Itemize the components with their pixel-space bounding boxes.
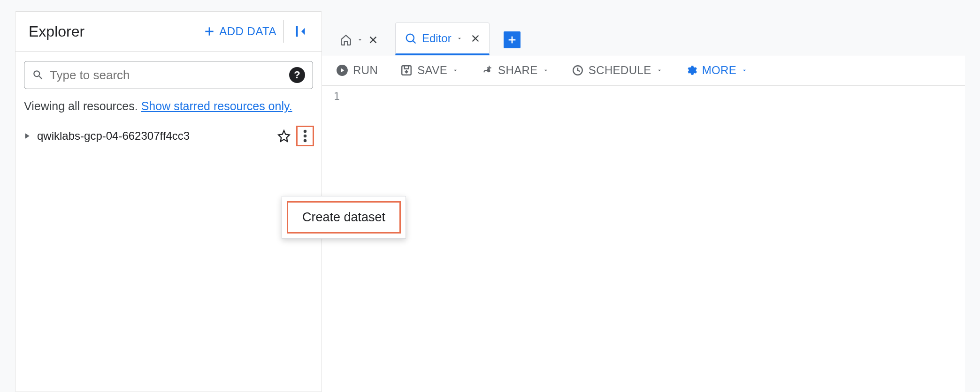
resource-row[interactable]: qwiklabs-gcp-04-662307ff4cc3	[15, 121, 322, 151]
svg-rect-2	[296, 26, 298, 37]
svg-point-3	[304, 129, 307, 133]
run-button[interactable]: RUN	[336, 64, 378, 77]
save-icon	[400, 64, 413, 76]
star-icon[interactable]	[277, 129, 291, 143]
chevron-down-icon	[456, 35, 463, 42]
create-dataset-menu-item[interactable]: Create dataset	[287, 201, 401, 234]
share-icon	[481, 64, 493, 76]
search-box[interactable]: ?	[24, 61, 313, 89]
explorer-title: Explorer	[29, 23, 197, 40]
share-button[interactable]: SHARE	[481, 64, 549, 77]
plus-icon	[507, 35, 517, 45]
search-input[interactable]	[50, 68, 283, 83]
show-starred-link[interactable]: Show starred resources only.	[141, 99, 292, 113]
chevron-down-icon	[357, 37, 363, 43]
play-icon	[336, 64, 348, 76]
gear-icon	[685, 64, 697, 76]
add-tab-button[interactable]	[504, 31, 521, 48]
more-label: MORE	[702, 64, 737, 77]
editor-body[interactable]: 1	[322, 86, 965, 392]
viewing-status: Viewing all resources. Show starred reso…	[15, 93, 322, 121]
svg-point-8	[406, 34, 414, 41]
close-icon[interactable]	[368, 35, 378, 45]
chevron-down-icon	[543, 67, 549, 74]
run-label: RUN	[353, 64, 378, 77]
main-area: Editor RUN	[322, 11, 965, 392]
add-data-label: ADD DATA	[219, 25, 276, 38]
save-label: SAVE	[417, 64, 447, 77]
help-icon[interactable]: ?	[289, 67, 305, 83]
collapse-icon	[294, 24, 308, 38]
home-icon	[340, 34, 352, 46]
chevron-down-icon	[741, 67, 748, 74]
context-menu: Create dataset	[282, 196, 406, 239]
expand-triangle-icon[interactable]	[22, 131, 31, 141]
svg-point-4	[304, 134, 307, 137]
schedule-button[interactable]: SCHEDULE	[572, 64, 663, 77]
search-icon	[32, 69, 44, 81]
viewing-prefix: Viewing all resources.	[24, 99, 141, 113]
share-label: SHARE	[498, 64, 538, 77]
explorer-sidebar: Explorer ADD DATA ?	[15, 11, 322, 392]
home-tab[interactable]	[331, 25, 387, 55]
search-row: ?	[15, 52, 322, 93]
collapse-sidebar-button[interactable]	[289, 21, 314, 42]
more-actions-button[interactable]	[296, 126, 314, 146]
plus-icon	[203, 25, 215, 38]
svg-line-9	[413, 40, 416, 43]
tabstrip: Editor	[322, 11, 965, 55]
add-data-button[interactable]: ADD DATA	[197, 20, 284, 43]
chevron-down-icon	[452, 67, 459, 74]
clock-icon	[572, 64, 584, 76]
save-button[interactable]: SAVE	[400, 64, 459, 77]
editor-tab-label: Editor	[422, 32, 452, 45]
query-icon	[404, 32, 417, 45]
line-gutter: 1	[322, 86, 345, 392]
close-icon[interactable]	[470, 33, 481, 44]
svg-point-5	[304, 139, 307, 142]
resource-name: qwiklabs-gcp-04-662307ff4cc3	[37, 129, 272, 143]
more-button[interactable]: MORE	[685, 64, 748, 77]
schedule-label: SCHEDULE	[589, 64, 651, 77]
action-bar: RUN SAVE SHARE SCHEDULE	[322, 55, 965, 86]
chevron-down-icon	[656, 67, 663, 74]
line-number: 1	[322, 90, 340, 102]
kebab-icon	[303, 129, 307, 143]
explorer-header: Explorer ADD DATA	[15, 12, 322, 52]
editor-tab[interactable]: Editor	[395, 23, 490, 55]
